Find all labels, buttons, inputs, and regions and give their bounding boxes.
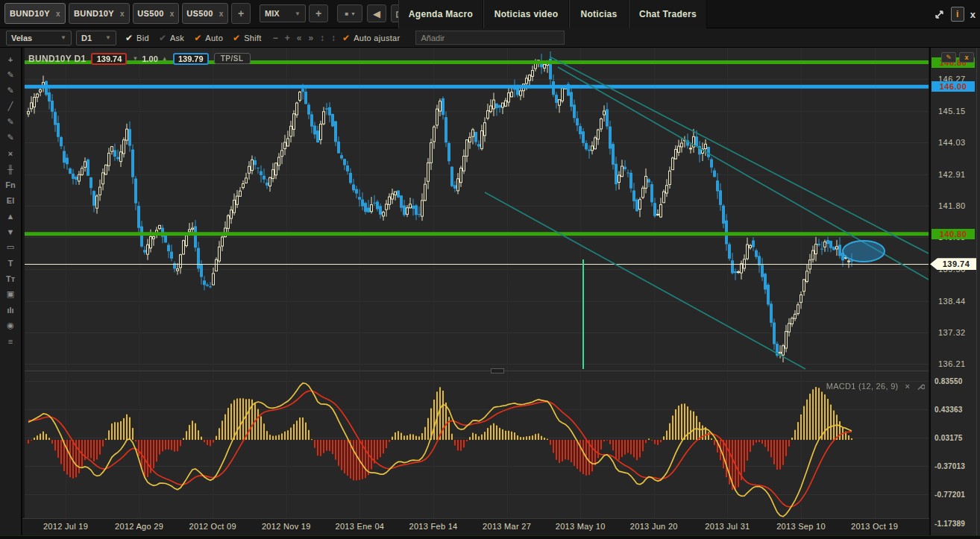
zoom-in-icon[interactable]: + <box>285 33 290 43</box>
increase-amount-icon[interactable]: ▲ <box>162 55 168 62</box>
pitchfork-icon[interactable]: ╫ <box>2 161 19 177</box>
sell-price-button[interactable]: 139.74 <box>91 53 127 65</box>
toggle-label: Ask <box>170 34 184 42</box>
nav-tab-agenda-macro[interactable]: Agenda Macro <box>398 0 483 28</box>
layout-mix-label: MIX <box>265 9 280 18</box>
panel-splitter-handle[interactable] <box>491 368 504 373</box>
bid-toggle[interactable]: ✔Bid <box>125 33 149 43</box>
zoom-scroll-icons: −+«»↕↕ <box>273 33 342 43</box>
macd-tick-label: 0.43363 <box>935 406 963 414</box>
zoom-out-icon[interactable]: − <box>273 33 278 43</box>
close-tab-icon[interactable]: x <box>56 10 60 18</box>
ask-toggle[interactable]: ✔Ask <box>159 33 184 43</box>
instrument-tab-us500-2[interactable]: US500x <box>133 3 179 24</box>
date-tick-label: 2012 Oct 09 <box>189 522 236 531</box>
indicator-icon[interactable]: ılı <box>2 302 19 318</box>
scroll-left-icon[interactable]: « <box>297 33 302 43</box>
back-arrow-button[interactable]: ◀ <box>367 4 386 22</box>
amount-value: 1.00 <box>142 54 157 63</box>
edit-line-icon[interactable]: ✎ <box>2 114 19 130</box>
cross-lines-icon[interactable]: × <box>2 145 19 161</box>
trading-terminal: BUND10YxBUND10YxUS500xUS500x + MIX ▼ + ■… <box>0 0 980 539</box>
toggle-label: Bid <box>136 34 149 42</box>
tab-label: US500 <box>137 9 164 18</box>
bottom-border <box>0 535 980 539</box>
shift-toggle[interactable]: ✔Shift <box>233 33 262 43</box>
nav-tab-chat-traders[interactable]: Chat Traders <box>629 0 707 28</box>
auto-adjust-toggle[interactable]: ✔Auto ajustar <box>342 33 406 43</box>
toggle-group: ✔Bid✔Ask✔Auto✔Shift <box>125 33 271 43</box>
add-tab-button[interactable]: + <box>231 3 251 24</box>
layers-icon[interactable]: ▣ <box>2 286 19 302</box>
macd-tick-label: -1.17389 <box>935 520 965 528</box>
layout-mix-dropdown[interactable]: MIX ▼ <box>260 4 306 22</box>
price-tick-label: 141.80 <box>938 201 966 210</box>
edit-line2-icon[interactable]: ✎ <box>2 130 19 145</box>
axis-border <box>976 48 977 539</box>
tab-bar: BUND10YxBUND10YxUS500xUS500x + MIX ▼ + ■… <box>0 0 980 28</box>
resize-icon[interactable] <box>934 9 945 20</box>
price-tick-label: 144.03 <box>938 138 966 147</box>
current-price-badge: 139.74 <box>930 258 976 270</box>
elliott-tool[interactable]: El <box>2 192 19 208</box>
camera-icon[interactable]: ◉ <box>2 318 19 333</box>
date-tick-label: 2013 Mar 27 <box>483 522 531 531</box>
close-window-button[interactable]: x <box>970 9 976 20</box>
arrow-up-icon[interactable]: ▲ <box>2 208 19 224</box>
add-chart-button[interactable]: + <box>309 4 328 22</box>
remove-indicator-icon[interactable]: × <box>905 382 910 391</box>
menu-icon[interactable]: ≡ <box>2 333 19 349</box>
date-tick-label: 2012 Nov 19 <box>262 522 311 531</box>
timeframe-dropdown[interactable]: D1 ▼ <box>76 31 116 45</box>
close-tab-icon[interactable]: x <box>120 10 125 18</box>
close-tab-icon[interactable]: x <box>219 10 224 18</box>
close-chart-button[interactable]: x <box>959 52 974 63</box>
pencil-alt-icon[interactable]: ✎ <box>2 83 19 98</box>
expand-vertical-icon[interactable]: ↕ <box>320 33 324 43</box>
price-tick-label: 137.32 <box>938 328 966 337</box>
square-icon: ■ <box>345 10 349 17</box>
timeframe-label: D1 <box>81 34 92 42</box>
chart-type-label: Velas <box>11 34 32 42</box>
date-tick-label: 2012 Jul 19 <box>43 522 88 531</box>
date-tick-label: 2013 May 10 <box>556 522 606 531</box>
scroll-right-icon[interactable]: » <box>308 33 313 43</box>
toggle-label: Auto ajustar <box>354 34 400 42</box>
price-tick-label: 136.21 <box>938 359 966 368</box>
date-axis[interactable]: 2012 Jul 192012 Ago 292012 Oct 092012 No… <box>22 518 929 535</box>
instrument-tab-us500-3[interactable]: US500x <box>182 3 228 24</box>
level-price-badge: 146.00 <box>932 81 975 92</box>
window-layout-button[interactable]: ■ ▾ <box>337 4 362 22</box>
chevron-down-icon: ▼ <box>295 10 301 17</box>
edit-chart-button[interactable]: ✎ <box>941 52 956 63</box>
nav-tab-noticias[interactable]: Noticias <box>569 0 629 28</box>
indicator-settings-icon[interactable] <box>917 382 925 391</box>
chart-type-dropdown[interactable]: Velas ▼ <box>6 31 72 45</box>
toggle-label: Auto <box>205 34 223 42</box>
macd-tick-label: 0.03175 <box>935 434 963 442</box>
chevron-down-icon: ▼ <box>60 34 66 41</box>
instrument-tab-bund10y-1[interactable]: BUND10Yx <box>69 3 130 24</box>
close-tab-icon[interactable]: x <box>170 10 175 18</box>
date-tick-label: 2013 Ene 04 <box>336 522 385 531</box>
add-symbol-input[interactable] <box>415 31 565 45</box>
rectangle-icon[interactable]: ▭ <box>2 239 19 255</box>
text-small-tool[interactable]: Tт <box>2 271 19 286</box>
info-button[interactable]: i <box>951 7 964 22</box>
auto-toggle[interactable]: ✔Auto <box>194 33 223 43</box>
instrument-tab-bund10y-0[interactable]: BUND10Yx <box>4 3 66 24</box>
pencil-icon[interactable]: ✎ <box>2 67 19 83</box>
arrow-down-icon[interactable]: ▼ <box>2 224 19 239</box>
price-axis[interactable]: ✎ x 139.74 146.27145.15144.03142.91141.8… <box>929 48 980 539</box>
trendline-icon[interactable]: ╱ <box>2 98 19 114</box>
nav-tab-noticias-video[interactable]: Noticias video <box>483 0 569 28</box>
tpsl-button[interactable]: TP/SL <box>214 53 251 64</box>
text-tool[interactable]: T <box>2 255 19 271</box>
buy-price-button[interactable]: 139.79 <box>173 53 209 65</box>
macd-label-text: MACD1 (12, 26, 9) <box>826 382 899 391</box>
fn-tool[interactable]: Fn <box>2 177 19 192</box>
decrease-amount-icon[interactable]: ▼ <box>132 55 138 62</box>
crosshair-icon[interactable]: + <box>2 51 19 67</box>
price-chart-canvas[interactable] <box>25 48 929 518</box>
shrink-vertical-icon[interactable]: ↕ <box>331 33 336 43</box>
